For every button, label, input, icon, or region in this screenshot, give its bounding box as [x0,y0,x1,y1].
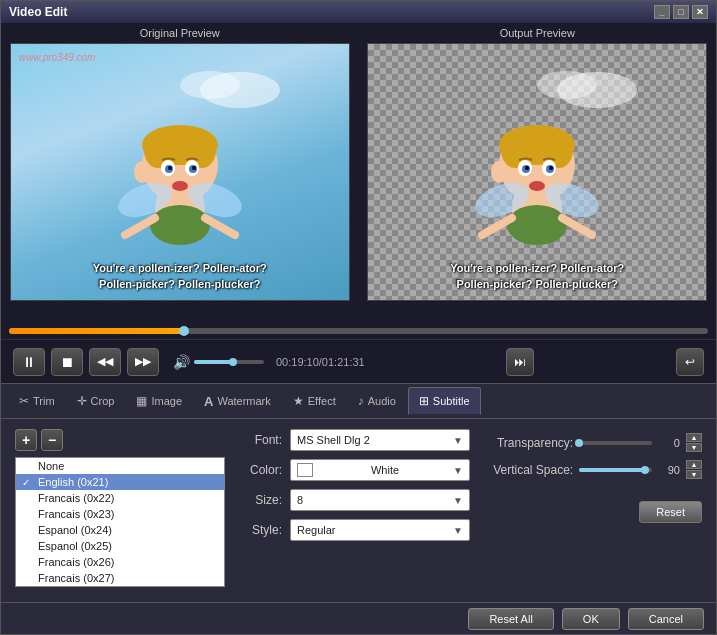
svg-point-34 [529,181,545,191]
tab-effect-label: Effect [308,395,336,407]
list-item-english[interactable]: ✓ English (0x21) [16,474,224,490]
subtitle-overlay: You're a pollen-izer? Pollen-ator? Polle… [11,261,349,292]
tab-audio-label: Audio [368,395,396,407]
volume-area: 🔊 [173,354,264,370]
watermark-text: www.pro349.com [19,52,96,63]
font-value: MS Shell Dlg 2 [297,434,370,446]
svg-point-21 [537,71,597,99]
style-dropdown-arrow: ▼ [453,525,463,536]
tab-trim-label: Trim [33,395,55,407]
ok-button[interactable]: OK [562,608,620,630]
color-dropdown-arrow: ▼ [453,465,463,476]
vertical-space-down-button[interactable]: ▼ [686,470,702,479]
size-value: 8 [297,494,303,506]
style-dropdown[interactable]: Regular ▼ [290,519,470,541]
vertical-space-slider[interactable] [579,468,652,472]
original-video: www.pro349.com You're a pollen-izer? Pol… [10,43,350,301]
output-subtitle-overlay: You're a pollen-izer? Pollen-ator? Polle… [368,261,706,292]
tab-effect[interactable]: ★ Effect [283,387,346,415]
color-label: Color: [237,463,282,477]
stop-button[interactable]: ⏹ [51,348,83,376]
transparency-down-button[interactable]: ▼ [686,443,702,452]
tab-crop[interactable]: ✛ Crop [67,387,125,415]
close-button[interactable]: ✕ [692,5,708,19]
color-row: Color: White ▼ [237,459,470,481]
vertical-space-row: Vertical Space: 90 ▲ ▼ [482,460,702,479]
tab-subtitle-label: Subtitle [433,395,470,407]
tab-crop-label: Crop [91,395,115,407]
reset-all-button[interactable]: Reset All [468,608,553,630]
font-dropdown-arrow: ▼ [453,435,463,446]
svg-point-3 [150,205,210,245]
back-button[interactable]: ↩ [676,348,704,376]
svg-point-15 [134,161,150,183]
size-dropdown-arrow: ▼ [453,495,463,506]
tab-watermark-label: Watermark [217,395,270,407]
tab-trim[interactable]: ✂ Trim [9,387,65,415]
vertical-space-fill [579,468,645,472]
font-dropdown[interactable]: MS Shell Dlg 2 ▼ [290,429,470,451]
list-item-francais27[interactable]: Francais (0x27) [16,570,224,586]
add-subtitle-button[interactable]: + [15,429,37,451]
transparency-row: Transparency: 0 ▲ ▼ [482,433,702,452]
list-item-espanol24[interactable]: Espanol (0x24) [16,522,224,538]
output-video: You're a pollen-izer? Pollen-ator? Polle… [367,43,707,301]
subtitle-icon: ⊞ [419,394,429,408]
transparency-up-button[interactable]: ▲ [686,433,702,442]
tab-audio[interactable]: ♪ Audio [348,387,406,415]
list-item-francais23[interactable]: Francais (0x23) [16,506,224,522]
list-item-espanol25[interactable]: Espanol (0x25) [16,538,224,554]
list-item-francais22[interactable]: Francais (0x22) [16,490,224,506]
reset-button[interactable]: Reset [639,501,702,523]
font-row: Font: MS Shell Dlg 2 ▼ [237,429,470,451]
pause-button[interactable]: ⏸ [13,348,45,376]
skip-to-end-button[interactable]: ⏭ [506,348,534,376]
svg-point-1 [180,71,240,99]
subtitle-listbox[interactable]: None ✓ English (0x21) Francais (0x22) Fr… [15,457,225,587]
preview-area: Original Preview [1,23,716,323]
window-title: Video Edit [9,5,67,19]
vertical-space-label: Vertical Space: [482,463,573,477]
tab-subtitle[interactable]: ⊞ Subtitle [408,387,481,415]
transparency-slider[interactable] [579,441,652,445]
bottom-bar: Reset All OK Cancel [1,602,716,634]
transparency-thumb[interactable] [575,439,583,447]
title-controls: _ □ ✕ [654,5,708,19]
size-dropdown[interactable]: 8 ▼ [290,489,470,511]
svg-point-12 [168,166,172,170]
progress-bar-area[interactable] [1,323,716,339]
color-dropdown[interactable]: White ▼ [290,459,470,481]
vertical-space-thumb[interactable] [641,466,649,474]
tab-watermark[interactable]: A Watermark [194,387,281,415]
progress-fill [9,328,184,334]
trim-icon: ✂ [19,394,29,408]
main-window: Video Edit _ □ ✕ Original Preview [0,0,717,635]
size-label: Size: [237,493,282,507]
output-preview-label: Output Preview [500,27,575,39]
volume-icon: 🔊 [173,354,190,370]
svg-point-35 [491,161,507,183]
title-bar: Video Edit _ □ ✕ [1,1,716,23]
subtitle-settings: Font: MS Shell Dlg 2 ▼ Color: White ▼ Si… [237,429,470,592]
volume-thumb[interactable] [229,358,237,366]
progress-track[interactable] [9,328,708,334]
cancel-button[interactable]: Cancel [628,608,704,630]
next-frame-button[interactable]: ▶▶ [127,348,159,376]
vertical-space-up-button[interactable]: ▲ [686,460,702,469]
list-item-francais26[interactable]: Francais (0x26) [16,554,224,570]
list-item-none[interactable]: None [16,458,224,474]
edit-area: + − None ✓ English (0x21) Francais (0x22 [1,419,716,602]
tab-image[interactable]: ▦ Image [126,387,192,415]
prev-frame-button[interactable]: ◀◀ [89,348,121,376]
tabs-bar: ✂ Trim ✛ Crop ▦ Image A Watermark ★ Effe… [1,383,716,419]
remove-subtitle-button[interactable]: − [41,429,63,451]
svg-point-13 [192,166,196,170]
progress-thumb[interactable] [179,326,189,336]
volume-track[interactable] [194,360,264,364]
minimize-button[interactable]: _ [654,5,670,19]
style-row: Style: Regular ▼ [237,519,470,541]
svg-point-32 [525,166,529,170]
transparency-spinner: ▲ ▼ [686,433,702,452]
maximize-button[interactable]: □ [673,5,689,19]
subtitle-list-panel: + − None ✓ English (0x21) Francais (0x22 [15,429,225,592]
